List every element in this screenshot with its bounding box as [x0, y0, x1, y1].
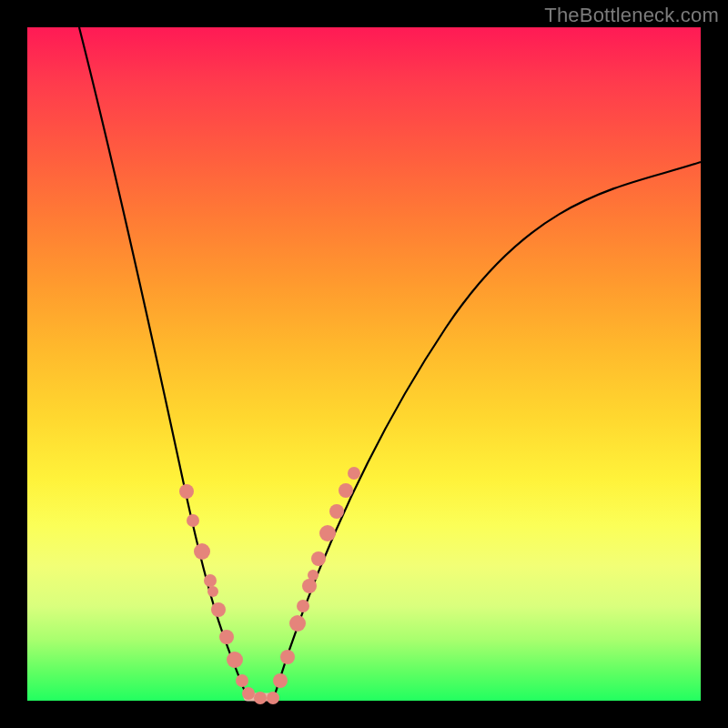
marker-dot	[179, 484, 194, 499]
marker-dot	[254, 692, 267, 704]
watermark-text: TheBottleneck.com	[544, 4, 719, 27]
marker-dot	[194, 543, 210, 560]
marker-dot	[204, 574, 217, 587]
marker-dot	[297, 600, 309, 612]
marker-dot	[236, 674, 248, 687]
marker-dot	[280, 650, 295, 664]
marker-dot	[311, 551, 326, 566]
marker-dot	[289, 615, 306, 632]
chart-svg	[27, 27, 701, 701]
marker-dot	[219, 630, 234, 644]
marker-dot	[339, 483, 353, 498]
marker-dot	[273, 673, 288, 688]
marker-dot	[242, 687, 255, 700]
marker-dot	[267, 692, 279, 704]
marker-dot	[308, 570, 318, 581]
marker-dot	[187, 514, 199, 527]
marker-dot	[329, 504, 344, 519]
curve-right-branch	[273, 162, 701, 701]
marker-dot	[211, 602, 226, 617]
chart-frame: TheBottleneck.com	[0, 0, 728, 728]
marker-dot	[319, 525, 336, 541]
marker-group	[179, 467, 360, 704]
marker-dot	[207, 586, 218, 597]
marker-dot	[227, 652, 243, 668]
marker-dot	[302, 579, 317, 593]
curve-left-branch	[79, 27, 248, 701]
marker-dot	[348, 467, 360, 480]
